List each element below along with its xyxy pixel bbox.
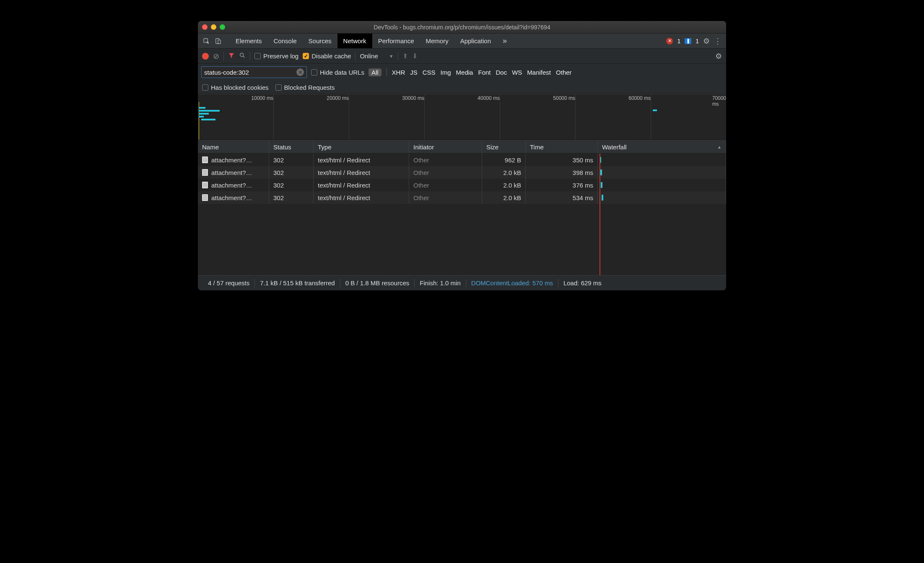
column-header-initiator[interactable]: Initiator <box>409 141 482 153</box>
chevron-down-icon: ▼ <box>389 54 394 59</box>
filter-toggle-icon[interactable] <box>228 52 235 60</box>
filter-type-media[interactable]: Media <box>456 69 473 76</box>
filter-input[interactable]: ✕ <box>201 66 307 78</box>
request-waterfall <box>598 191 726 204</box>
request-initiator: Other <box>409 154 482 166</box>
preserve-log-checkbox[interactable]: Preserve log <box>254 52 298 60</box>
file-icon <box>202 156 208 163</box>
timeline-tick-label: 60000 ms <box>628 95 651 101</box>
error-count-icon[interactable]: ✕ <box>666 38 673 44</box>
throttling-dropdown[interactable]: Online ▼ <box>360 52 393 60</box>
table-row[interactable]: attachment?…302text/html / RedirectOther… <box>198 179 726 191</box>
more-options-icon[interactable]: ⋮ <box>714 36 722 46</box>
timeline-tick-label: 20000 ms <box>327 95 349 101</box>
request-type: text/html / Redirect <box>314 154 409 166</box>
column-header-status[interactable]: Status <box>269 141 314 153</box>
filter-type-xhr[interactable]: XHR <box>392 69 405 76</box>
request-status: 302 <box>269 191 314 204</box>
network-settings-icon[interactable]: ⚙ <box>715 52 722 61</box>
tab-elements[interactable]: Elements <box>230 34 268 48</box>
error-count[interactable]: 1 <box>677 38 680 44</box>
file-icon <box>202 194 208 201</box>
record-button[interactable] <box>202 53 209 60</box>
column-header-size[interactable]: Size <box>482 141 526 153</box>
device-toolbar-icon[interactable] <box>212 34 224 48</box>
tab-network[interactable]: Network <box>337 34 372 48</box>
filter-type-img[interactable]: Img <box>441 69 451 76</box>
settings-icon[interactable]: ⚙ <box>703 36 710 46</box>
table-row[interactable]: attachment?…302text/html / RedirectOther… <box>198 166 726 179</box>
filter-type-ws[interactable]: WS <box>512 69 522 76</box>
timeline-tick-label: 10000 ms <box>251 95 273 101</box>
status-load: Load: 629 ms <box>558 279 607 287</box>
request-size: 962 B <box>482 154 526 166</box>
timeline-tick-label: 30000 ms <box>402 95 424 101</box>
inspect-element-icon[interactable] <box>200 34 212 48</box>
hide-data-urls-checkbox[interactable]: Hide data URLs <box>311 69 364 76</box>
request-initiator: Other <box>409 191 482 204</box>
request-size: 2.0 kB <box>482 166 526 179</box>
status-finish: Finish: 1.0 min <box>415 279 466 287</box>
column-header-type[interactable]: Type <box>314 141 409 153</box>
filter-type-css[interactable]: CSS <box>423 69 436 76</box>
requests-grid-body-wrapper: attachment?…302text/html / RedirectOther… <box>198 154 726 275</box>
column-header-time[interactable]: Time <box>526 141 598 153</box>
timeline-tick-label: 70000 ms <box>712 95 726 107</box>
blocked-requests-checkbox[interactable]: Blocked Requests <box>275 84 335 91</box>
requests-grid-body: attachment?…302text/html / RedirectOther… <box>198 154 726 275</box>
tab-memory[interactable]: Memory <box>420 34 454 48</box>
filter-text-field[interactable] <box>204 69 296 76</box>
tab-console[interactable]: Console <box>268 34 303 48</box>
waterfall-bar <box>601 182 602 188</box>
request-time: 376 ms <box>526 179 598 191</box>
column-header-name[interactable]: Name <box>198 141 269 153</box>
titlebar: DevTools - bugs.chromium.org/p/chromium/… <box>198 21 726 34</box>
request-time: 534 ms <box>526 191 598 204</box>
message-count[interactable]: 1 <box>696 38 699 44</box>
table-row[interactable]: attachment?…302text/html / RedirectOther… <box>198 191 726 204</box>
request-size: 2.0 kB <box>482 191 526 204</box>
filter-type-doc[interactable]: Doc <box>496 69 507 76</box>
table-row[interactable]: attachment?…302text/html / RedirectOther… <box>198 154 726 166</box>
has-blocked-cookies-checkbox[interactable]: Has blocked cookies <box>202 84 269 91</box>
request-name: attachment?… <box>211 194 252 201</box>
request-status: 302 <box>269 179 314 191</box>
request-initiator: Other <box>409 179 482 191</box>
status-transferred: 7.1 kB / 515 kB transferred <box>255 279 340 287</box>
request-size: 2.0 kB <box>482 179 526 191</box>
file-icon <box>202 182 208 188</box>
column-header-waterfall[interactable]: Waterfall <box>598 141 726 153</box>
tabs-overflow-button[interactable]: » <box>497 34 513 48</box>
message-count-icon[interactable]: ❚ <box>685 38 691 44</box>
overview-timeline[interactable]: 10000 ms20000 ms30000 ms40000 ms50000 ms… <box>198 94 726 140</box>
request-name: attachment?… <box>211 182 252 189</box>
filter-type-all[interactable]: All <box>369 68 382 76</box>
filter-type-manifest[interactable]: Manifest <box>527 69 551 76</box>
timeline-tick-label: 40000 ms <box>478 95 500 101</box>
request-status: 302 <box>269 154 314 166</box>
request-time: 398 ms <box>526 166 598 179</box>
filter-type-other[interactable]: Other <box>556 69 572 76</box>
timeline-bars <box>199 107 220 122</box>
waterfall-load-line <box>600 154 600 275</box>
request-initiator: Other <box>409 166 482 179</box>
timeline-tick-label: 50000 ms <box>553 95 575 101</box>
download-har-icon[interactable]: ⬇ <box>412 52 418 60</box>
clear-button[interactable]: ⊘ <box>213 52 219 61</box>
tab-performance[interactable]: Performance <box>372 34 420 48</box>
upload-har-icon[interactable]: ⬆ <box>402 52 408 60</box>
request-waterfall <box>598 154 726 166</box>
main-tabs-row: ElementsConsoleSourcesNetworkPerformance… <box>198 34 726 49</box>
filter-bar: ✕ Hide data URLs AllXHRJSCSSImgMediaFont… <box>198 64 726 94</box>
waterfall-bar <box>602 195 603 201</box>
tabs-container: ElementsConsoleSourcesNetworkPerformance… <box>230 34 497 48</box>
filter-type-js[interactable]: JS <box>410 69 418 76</box>
search-icon[interactable] <box>239 52 246 60</box>
filter-type-font[interactable]: Font <box>478 69 491 76</box>
clear-filter-icon[interactable]: ✕ <box>296 68 304 76</box>
tab-sources[interactable]: Sources <box>303 34 337 48</box>
window-title: DevTools - bugs.chromium.org/p/chromium/… <box>198 24 726 31</box>
tab-application[interactable]: Application <box>454 34 497 48</box>
disable-cache-checkbox[interactable]: Disable cache <box>303 52 351 60</box>
checkbox-icon <box>303 53 309 59</box>
